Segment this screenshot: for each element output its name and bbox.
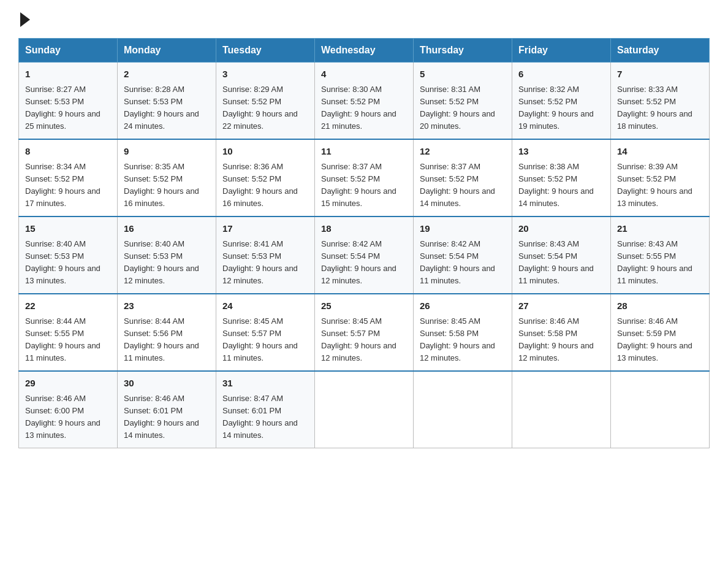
day-info: Sunrise: 8:36 AMSunset: 5:52 PMDaylight:… [222,162,298,208]
day-number: 7 [617,67,703,82]
day-info: Sunrise: 8:37 AMSunset: 5:52 PMDaylight:… [321,162,396,208]
day-info: Sunrise: 8:33 AMSunset: 5:52 PMDaylight:… [617,85,692,131]
day-info: Sunrise: 8:41 AMSunset: 5:53 PMDaylight:… [222,239,298,285]
header-day-sunday: Sunday [19,39,118,63]
day-number: 26 [420,299,506,313]
day-number: 30 [124,377,210,391]
calendar-day-cell [315,371,414,448]
calendar-day-cell: 6Sunrise: 8:32 AMSunset: 5:52 PMDaylight… [512,63,611,140]
day-number: 12 [420,145,506,159]
day-number: 17 [222,222,308,236]
day-number: 18 [321,222,407,236]
day-number: 28 [617,299,703,313]
day-number: 19 [420,222,506,236]
day-number: 5 [420,67,506,82]
day-number: 20 [518,222,604,236]
day-info: Sunrise: 8:47 AMSunset: 6:01 PMDaylight:… [222,394,298,440]
day-info: Sunrise: 8:45 AMSunset: 5:58 PMDaylight:… [420,316,495,362]
day-info: Sunrise: 8:43 AMSunset: 5:54 PMDaylight:… [518,239,594,285]
calendar-day-cell: 3Sunrise: 8:29 AMSunset: 5:52 PMDaylight… [216,63,315,140]
header-day-monday: Monday [118,39,216,63]
calendar-day-cell: 29Sunrise: 8:46 AMSunset: 6:00 PMDayligh… [19,371,118,448]
day-number: 22 [25,299,111,313]
day-info: Sunrise: 8:38 AMSunset: 5:52 PMDaylight:… [518,162,594,208]
day-info: Sunrise: 8:37 AMSunset: 5:52 PMDaylight:… [420,162,495,208]
day-number: 2 [124,67,210,82]
calendar-day-cell: 11Sunrise: 8:37 AMSunset: 5:52 PMDayligh… [315,139,414,216]
day-info: Sunrise: 8:27 AMSunset: 5:53 PMDaylight:… [25,85,100,131]
calendar-day-cell: 28Sunrise: 8:46 AMSunset: 5:59 PMDayligh… [611,294,710,371]
calendar-day-cell: 31Sunrise: 8:47 AMSunset: 6:01 PMDayligh… [216,371,315,448]
day-number: 3 [222,67,308,82]
day-info: Sunrise: 8:30 AMSunset: 5:52 PMDaylight:… [321,85,396,131]
day-number: 31 [222,377,308,391]
calendar-day-cell: 2Sunrise: 8:28 AMSunset: 5:53 PMDaylight… [118,63,216,140]
header-day-friday: Friday [512,39,611,63]
calendar-day-cell: 9Sunrise: 8:35 AMSunset: 5:52 PMDaylight… [118,139,216,216]
header-day-saturday: Saturday [611,39,710,63]
day-info: Sunrise: 8:35 AMSunset: 5:52 PMDaylight:… [124,162,199,208]
day-number: 29 [25,377,111,391]
day-number: 10 [222,145,308,159]
calendar-week-row: 1Sunrise: 8:27 AMSunset: 5:53 PMDaylight… [19,63,710,140]
calendar-day-cell: 10Sunrise: 8:36 AMSunset: 5:52 PMDayligh… [216,139,315,216]
calendar-day-cell: 17Sunrise: 8:41 AMSunset: 5:53 PMDayligh… [216,216,315,294]
day-info: Sunrise: 8:42 AMSunset: 5:54 PMDaylight:… [321,239,396,285]
calendar-day-cell: 23Sunrise: 8:44 AMSunset: 5:56 PMDayligh… [118,294,216,371]
day-number: 13 [518,145,604,159]
calendar-day-cell [611,371,710,448]
calendar-day-cell: 14Sunrise: 8:39 AMSunset: 5:52 PMDayligh… [611,139,710,216]
day-number: 1 [25,67,111,82]
day-number: 6 [518,67,604,82]
logo [18,12,30,27]
day-number: 15 [25,222,111,236]
day-info: Sunrise: 8:46 AMSunset: 5:58 PMDaylight:… [518,316,594,362]
calendar-day-cell [512,371,611,448]
day-info: Sunrise: 8:40 AMSunset: 5:53 PMDaylight:… [25,239,100,285]
calendar-day-cell: 13Sunrise: 8:38 AMSunset: 5:52 PMDayligh… [512,139,611,216]
calendar-day-cell: 4Sunrise: 8:30 AMSunset: 5:52 PMDaylight… [315,63,414,140]
day-number: 11 [321,145,407,159]
day-number: 16 [124,222,210,236]
day-number: 24 [222,299,308,313]
day-number: 23 [124,299,210,313]
day-number: 8 [25,145,111,159]
calendar-day-cell: 25Sunrise: 8:45 AMSunset: 5:57 PMDayligh… [315,294,414,371]
calendar-header-row: SundayMondayTuesdayWednesdayThursdayFrid… [19,39,710,63]
day-info: Sunrise: 8:44 AMSunset: 5:55 PMDaylight:… [25,316,100,362]
day-number: 9 [124,145,210,159]
day-info: Sunrise: 8:46 AMSunset: 5:59 PMDaylight:… [617,316,692,362]
calendar-day-cell: 18Sunrise: 8:42 AMSunset: 5:54 PMDayligh… [315,216,414,294]
day-info: Sunrise: 8:46 AMSunset: 6:00 PMDaylight:… [25,394,100,440]
day-info: Sunrise: 8:46 AMSunset: 6:01 PMDaylight:… [124,394,199,440]
day-number: 14 [617,145,703,159]
calendar-day-cell: 21Sunrise: 8:43 AMSunset: 5:55 PMDayligh… [611,216,710,294]
day-info: Sunrise: 8:32 AMSunset: 5:52 PMDaylight:… [518,85,594,131]
calendar-day-cell: 22Sunrise: 8:44 AMSunset: 5:55 PMDayligh… [19,294,118,371]
header-day-tuesday: Tuesday [216,39,315,63]
calendar-day-cell [414,371,512,448]
calendar-day-cell: 1Sunrise: 8:27 AMSunset: 5:53 PMDaylight… [19,63,118,140]
calendar-day-cell: 15Sunrise: 8:40 AMSunset: 5:53 PMDayligh… [19,216,118,294]
calendar-week-row: 29Sunrise: 8:46 AMSunset: 6:00 PMDayligh… [19,371,710,448]
calendar-week-row: 8Sunrise: 8:34 AMSunset: 5:52 PMDaylight… [19,139,710,216]
calendar-day-cell: 12Sunrise: 8:37 AMSunset: 5:52 PMDayligh… [414,139,512,216]
day-info: Sunrise: 8:34 AMSunset: 5:52 PMDaylight:… [25,162,100,208]
day-info: Sunrise: 8:45 AMSunset: 5:57 PMDaylight:… [321,316,396,362]
calendar-day-cell: 27Sunrise: 8:46 AMSunset: 5:58 PMDayligh… [512,294,611,371]
calendar-day-cell: 7Sunrise: 8:33 AMSunset: 5:52 PMDaylight… [611,63,710,140]
calendar-day-cell: 16Sunrise: 8:40 AMSunset: 5:53 PMDayligh… [118,216,216,294]
header-day-wednesday: Wednesday [315,39,414,63]
day-number: 4 [321,67,407,82]
day-info: Sunrise: 8:45 AMSunset: 5:57 PMDaylight:… [222,316,298,362]
day-info: Sunrise: 8:42 AMSunset: 5:54 PMDaylight:… [420,239,495,285]
calendar-week-row: 22Sunrise: 8:44 AMSunset: 5:55 PMDayligh… [19,294,710,371]
calendar-day-cell: 26Sunrise: 8:45 AMSunset: 5:58 PMDayligh… [414,294,512,371]
day-info: Sunrise: 8:28 AMSunset: 5:53 PMDaylight:… [124,85,199,131]
day-info: Sunrise: 8:39 AMSunset: 5:52 PMDaylight:… [617,162,692,208]
calendar-day-cell: 30Sunrise: 8:46 AMSunset: 6:01 PMDayligh… [118,371,216,448]
header [18,12,710,27]
day-info: Sunrise: 8:43 AMSunset: 5:55 PMDaylight:… [617,239,692,285]
calendar-day-cell: 8Sunrise: 8:34 AMSunset: 5:52 PMDaylight… [19,139,118,216]
calendar-week-row: 15Sunrise: 8:40 AMSunset: 5:53 PMDayligh… [19,216,710,294]
